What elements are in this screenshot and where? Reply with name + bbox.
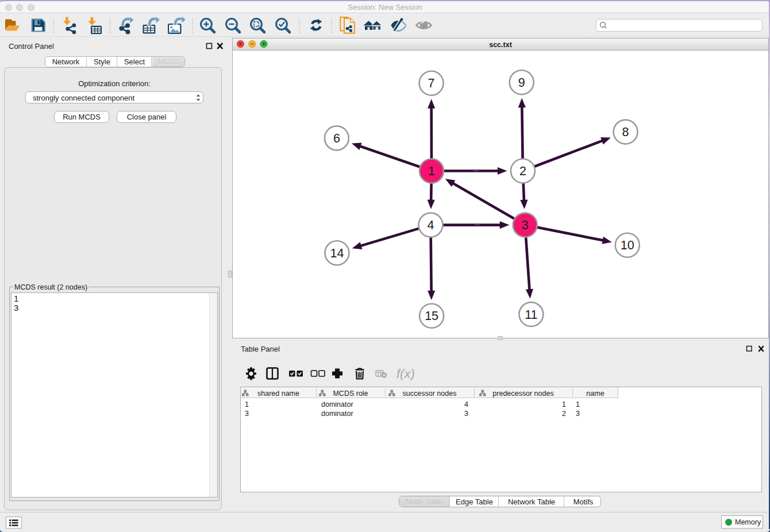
svg-text:11: 11 bbox=[525, 308, 537, 322]
svg-text:9: 9 bbox=[518, 76, 525, 90]
svg-text:1: 1 bbox=[428, 164, 435, 178]
svg-text:10: 10 bbox=[621, 238, 634, 252]
svg-text:f(x): f(x) bbox=[396, 367, 415, 380]
svg-text:2: 2 bbox=[519, 164, 526, 178]
svg-text:6: 6 bbox=[333, 132, 340, 145]
svg-text:14: 14 bbox=[330, 246, 344, 260]
svg-text:15: 15 bbox=[425, 309, 438, 323]
svg-text:7: 7 bbox=[428, 76, 435, 90]
svg-text:8: 8 bbox=[622, 125, 629, 139]
svg-text:3: 3 bbox=[522, 218, 529, 232]
svg-text:4: 4 bbox=[428, 218, 434, 232]
